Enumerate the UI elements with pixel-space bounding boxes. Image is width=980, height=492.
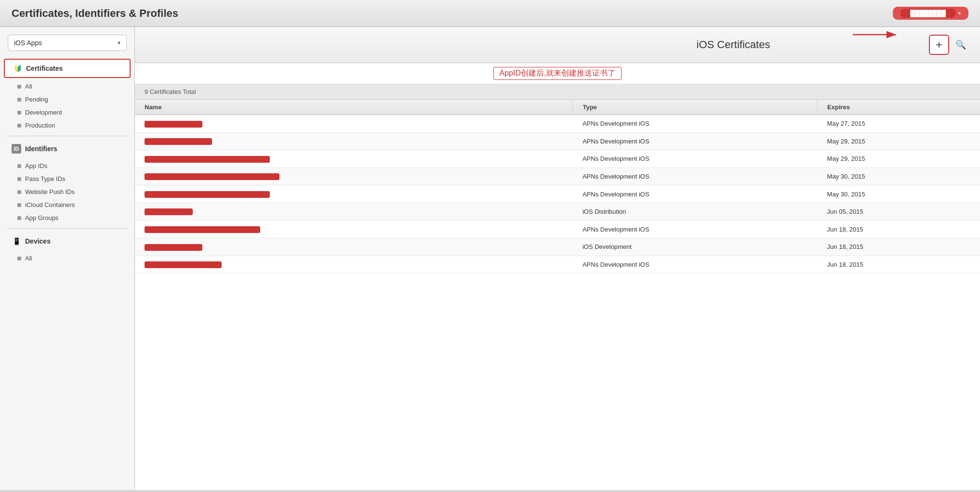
- certificates-icon: 🔰: [13, 64, 22, 73]
- bullet-icon: [17, 111, 21, 115]
- cert-expires: Jun 18, 2015: [818, 220, 980, 238]
- cert-expires: May 27, 2015: [818, 115, 980, 133]
- plus-icon: +: [936, 38, 942, 52]
- sidebar-item-website-push-ids[interactable]: Website Push IDs: [0, 185, 134, 198]
- table-row[interactable]: APNs Development iOS May 29, 2015: [135, 150, 980, 168]
- cert-name: [135, 132, 573, 150]
- cert-type: APNs Development iOS: [573, 168, 818, 185]
- divider: [8, 136, 127, 136]
- bullet-icon: [17, 124, 21, 128]
- table-row[interactable]: APNs Development iOS Jun 18, 2015: [135, 256, 980, 273]
- table-row[interactable]: APNs Development iOS May 30, 2015: [135, 185, 980, 203]
- content-area: iOS Certificates: [135, 27, 980, 490]
- table-row[interactable]: iOS Development Jun 18, 2015: [135, 238, 980, 256]
- table-body: APNs Development iOS May 27, 2015 APNs D…: [135, 115, 980, 273]
- development-label: Development: [25, 109, 62, 116]
- bullet-icon: [17, 85, 21, 89]
- bullet-icon: [17, 177, 21, 181]
- pass-type-ids-label: Pass Type IDs: [25, 175, 66, 182]
- cert-expires: Jun 05, 2015: [818, 203, 980, 220]
- ios-apps-dropdown[interactable]: iOS Apps ▾: [8, 35, 127, 51]
- cert-name: [135, 115, 573, 133]
- cert-type: APNs Development iOS: [573, 220, 818, 238]
- cert-expires: May 30, 2015: [818, 185, 980, 203]
- sidebar-item-all-devices[interactable]: All: [0, 252, 134, 265]
- cert-expires: May 30, 2015: [818, 168, 980, 185]
- app-title: Certificates, Identifiers & Profiles: [12, 7, 178, 20]
- content-title: iOS Certificates: [538, 39, 929, 51]
- search-icon: 🔍: [955, 39, 966, 50]
- all-label: All: [25, 83, 32, 90]
- table-row[interactable]: iOS Distribution Jun 05, 2015: [135, 203, 980, 220]
- sidebar-item-pass-type-ids[interactable]: Pass Type IDs: [0, 172, 134, 185]
- app-header: Certificates, Identifiers & Profiles ███…: [0, 0, 980, 27]
- add-certificate-button[interactable]: +: [929, 35, 949, 55]
- table-info-bar: 9 Certificates Total: [135, 84, 980, 100]
- cert-type: APNs Development iOS: [573, 132, 818, 150]
- cert-type: APNs Development iOS: [573, 150, 818, 168]
- divider-2: [8, 228, 127, 229]
- table-count: 9 Certificates Total: [145, 88, 196, 95]
- devices-header[interactable]: 📱 Devices: [4, 233, 131, 250]
- cert-expires: May 29, 2015: [818, 132, 980, 150]
- production-label: Production: [25, 122, 55, 129]
- bullet-icon: [17, 98, 21, 102]
- sidebar-item-all-certs[interactable]: All: [0, 80, 134, 93]
- annotation-banner: AppID创建后,就来创建推送证书了: [135, 63, 980, 84]
- bullet-icon: [17, 190, 21, 194]
- identifiers-header[interactable]: ID Identifiers: [4, 140, 131, 157]
- cert-name: [135, 185, 573, 203]
- table-row[interactable]: APNs Development iOS May 27, 2015: [135, 115, 980, 133]
- certificates-section: 🔰 Certificates All Pending Development P…: [0, 59, 134, 132]
- cert-type: APNs Development iOS: [573, 115, 818, 133]
- table-header: Name Type Expires: [135, 100, 980, 115]
- certificates-label: Certificates: [26, 65, 63, 72]
- cert-type: iOS Distribution: [573, 203, 818, 220]
- bullet-icon: [17, 164, 21, 168]
- pending-label: Pending: [25, 96, 48, 103]
- app-ids-label: App IDs: [25, 162, 47, 169]
- cert-name: [135, 168, 573, 185]
- sidebar-item-production[interactable]: Production: [0, 119, 134, 132]
- sidebar-item-pending[interactable]: Pending: [0, 93, 134, 106]
- certificates-header[interactable]: 🔰 Certificates: [4, 59, 131, 78]
- cert-expires: May 29, 2015: [818, 150, 980, 168]
- cert-name: [135, 256, 573, 273]
- website-push-ids-label: Website Push IDs: [25, 188, 75, 195]
- identifiers-label: Identifiers: [25, 145, 57, 153]
- app-groups-label: App Groups: [25, 214, 58, 221]
- cert-name: [135, 150, 573, 168]
- col-expires: Expires: [818, 100, 980, 115]
- table-row[interactable]: APNs Development iOS Jun 18, 2015: [135, 220, 980, 238]
- sidebar-item-icloud-containers[interactable]: iCloud Containers: [0, 198, 134, 211]
- cert-type: iOS Development: [573, 238, 818, 256]
- sidebar: iOS Apps ▾ 🔰 Certificates All Pending De…: [0, 27, 135, 490]
- annotation-text: AppID创建后,就来创建推送证书了: [493, 67, 622, 80]
- content-header: iOS Certificates: [135, 27, 980, 63]
- table-row[interactable]: APNs Development iOS May 29, 2015: [135, 132, 980, 150]
- user-account-button[interactable]: ████████: [893, 7, 968, 20]
- sidebar-item-app-ids[interactable]: App IDs: [0, 159, 134, 172]
- user-label: ████████: [901, 9, 955, 18]
- certificates-table: Name Type Expires APNs Development iOS M…: [135, 100, 980, 273]
- col-name: Name: [135, 100, 573, 115]
- bullet-icon: [17, 257, 21, 260]
- all-devices-label: All: [25, 255, 32, 262]
- main-layout: iOS Apps ▾ 🔰 Certificates All Pending De…: [0, 27, 980, 490]
- col-type: Type: [573, 100, 818, 115]
- bullet-icon: [17, 216, 21, 220]
- chevron-down-icon: ▾: [118, 39, 120, 46]
- cert-type: APNs Development iOS: [573, 185, 818, 203]
- icloud-containers-label: iCloud Containers: [25, 201, 75, 208]
- search-button[interactable]: 🔍: [953, 37, 968, 52]
- content-actions: + 🔍: [929, 35, 968, 55]
- cert-name: [135, 220, 573, 238]
- cert-expires: Jun 18, 2015: [818, 256, 980, 273]
- identifiers-section: ID Identifiers App IDs Pass Type IDs Web…: [0, 140, 134, 224]
- cert-expires: Jun 18, 2015: [818, 238, 980, 256]
- sidebar-item-app-groups[interactable]: App Groups: [0, 211, 134, 224]
- cert-name: [135, 203, 573, 220]
- table-row[interactable]: APNs Development iOS May 30, 2015: [135, 168, 980, 185]
- devices-section: 📱 Devices All: [0, 233, 134, 265]
- sidebar-item-development[interactable]: Development: [0, 106, 134, 119]
